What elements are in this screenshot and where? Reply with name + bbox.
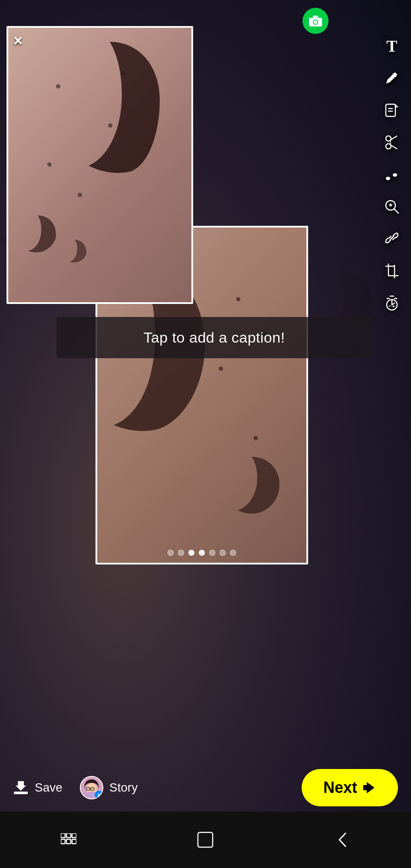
camera-icon-top[interactable] <box>302 8 329 34</box>
timer-tool-icon[interactable] <box>381 292 403 314</box>
scissors-tool-icon[interactable] <box>381 131 403 154</box>
music-tool-icon[interactable] <box>381 163 403 186</box>
svg-rect-37 <box>198 832 213 847</box>
photo-first[interactable]: × <box>7 26 193 304</box>
page-dot-2[interactable] <box>178 550 184 556</box>
story-avatar: + <box>80 776 103 799</box>
home-icon <box>197 832 214 848</box>
photo1-dot1 <box>56 84 60 89</box>
photo1-moon-small <box>17 211 95 267</box>
svg-point-9 <box>386 144 391 149</box>
nav-menu-icon[interactable] <box>51 822 86 857</box>
photo1-dot5 <box>78 193 82 197</box>
page-dot-3[interactable] <box>188 550 194 556</box>
page-dot-1[interactable] <box>168 550 174 556</box>
crop-tool-icon[interactable] <box>381 260 403 282</box>
system-nav-bar <box>0 812 411 868</box>
page-dot-6[interactable] <box>220 550 226 556</box>
sticker-tool-icon[interactable] <box>381 99 403 122</box>
svg-rect-24 <box>14 792 28 794</box>
caption-text: Tap to add a caption! <box>143 329 285 346</box>
photo1-moon-large <box>57 36 178 184</box>
lens-tool-icon[interactable] <box>381 195 403 218</box>
story-button[interactable]: + Story <box>80 776 138 799</box>
svg-rect-32 <box>66 833 71 838</box>
nav-back-icon[interactable] <box>325 822 360 857</box>
next-button[interactable]: Next <box>302 769 398 806</box>
svg-point-2 <box>314 20 317 24</box>
back-icon <box>336 832 349 848</box>
svg-rect-34 <box>61 839 65 844</box>
svg-line-10 <box>391 136 397 140</box>
close-button[interactable]: × <box>13 33 23 49</box>
caption-bar[interactable]: Tap to add a caption! <box>56 317 372 358</box>
link-tool-icon[interactable] <box>381 228 403 250</box>
nav-home-icon[interactable] <box>188 822 223 857</box>
save-button[interactable]: Save <box>13 779 62 796</box>
right-toolbar: T <box>381 35 403 314</box>
photo1-dot4 <box>47 162 52 167</box>
svg-rect-35 <box>66 839 71 844</box>
next-arrow-icon <box>363 782 376 793</box>
recent-apps-icon <box>61 833 76 846</box>
svg-rect-36 <box>72 839 76 844</box>
svg-rect-5 <box>386 104 395 116</box>
page-dot-5[interactable] <box>209 550 215 556</box>
svg-line-11 <box>391 145 397 149</box>
page-dot-7[interactable] <box>230 550 236 556</box>
svg-line-14 <box>394 209 398 213</box>
page-dot-4[interactable] <box>199 550 205 556</box>
story-label: Story <box>109 781 138 795</box>
pencil-tool-icon[interactable] <box>381 67 403 89</box>
add-to-story-icon: + <box>95 791 103 799</box>
next-label: Next <box>323 779 357 797</box>
text-icon-label: T <box>386 36 397 56</box>
photo1-dot2 <box>121 71 125 76</box>
svg-rect-3 <box>313 16 318 18</box>
svg-point-8 <box>386 136 391 141</box>
photo2-dot4 <box>253 436 258 440</box>
svg-rect-33 <box>72 833 76 838</box>
photo1-dot3 <box>108 123 112 128</box>
page-indicator <box>168 550 236 556</box>
photo2-dot1 <box>236 297 240 301</box>
photo2-dot3 <box>219 366 223 371</box>
bottom-action-bar: Save + Story Next <box>0 764 411 812</box>
save-label: Save <box>35 781 62 795</box>
svg-rect-31 <box>61 833 65 838</box>
photo2-moon-small <box>224 450 293 519</box>
save-icon <box>13 779 29 796</box>
svg-marker-30 <box>363 782 375 793</box>
text-tool-icon[interactable]: T <box>381 35 403 57</box>
